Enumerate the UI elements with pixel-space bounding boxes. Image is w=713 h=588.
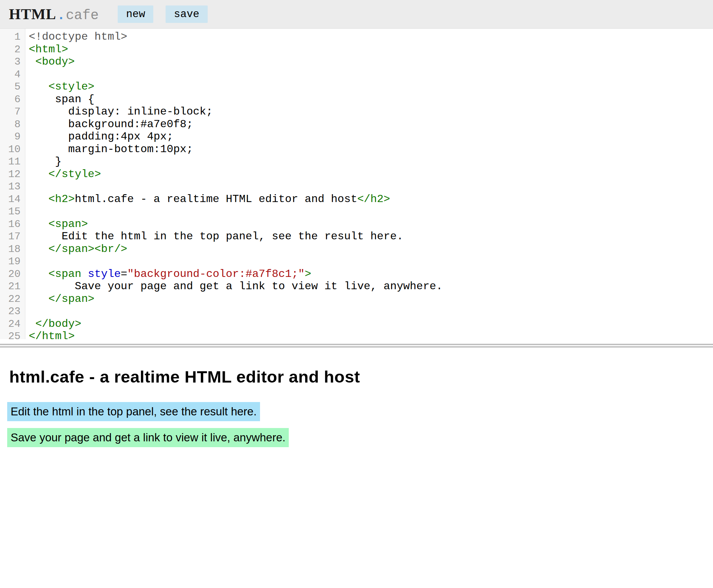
line-number: 7 <box>0 106 25 118</box>
code-line-text <box>25 181 29 193</box>
code-line[interactable]: 4 <box>0 68 713 81</box>
code-line-text <box>25 255 29 268</box>
code-line-text: <html> <box>25 43 68 56</box>
line-number: 17 <box>0 230 25 243</box>
app-window: HTML . cafe new save 1<!doctype html>2<h… <box>0 0 713 588</box>
line-number: 6 <box>0 93 25 106</box>
line-number: 2 <box>0 43 25 56</box>
code-line[interactable]: 1<!doctype html> <box>0 31 713 43</box>
code-line-text: background:#a7e0f8; <box>25 118 193 131</box>
code-line-text: </span><br/> <box>25 243 127 256</box>
code-line-text: <!doctype html> <box>25 31 127 43</box>
code-line-text: <h2>html.cafe - a realtime HTML editor a… <box>25 193 390 206</box>
line-number: 9 <box>0 131 25 143</box>
code-line[interactable]: 23 <box>0 305 713 318</box>
line-number: 25 <box>0 330 25 339</box>
line-number: 11 <box>0 156 25 168</box>
line-number: 18 <box>0 243 25 256</box>
code-line-text: Save your page and get a link to view it… <box>25 280 443 293</box>
code-line-text: <body> <box>25 56 75 68</box>
code-line[interactable]: 24 </body> <box>0 318 713 331</box>
new-button[interactable]: new <box>118 5 153 23</box>
save-button[interactable]: save <box>166 5 207 23</box>
logo-dot: . <box>57 8 65 23</box>
preview-highlight-blue: Edit the html in the top panel, see the … <box>7 402 260 421</box>
app-logo[interactable]: HTML . cafe <box>9 5 99 23</box>
header: HTML . cafe new save <box>0 0 713 29</box>
line-number: 19 <box>0 255 25 268</box>
code-line[interactable]: 9 padding:4px 4px; <box>0 131 713 143</box>
line-number: 5 <box>0 81 25 93</box>
panel-splitter[interactable] <box>0 344 713 347</box>
code-line[interactable]: 12 </style> <box>0 168 713 181</box>
line-number: 21 <box>0 280 25 293</box>
code-line[interactable]: 7 display: inline-block; <box>0 106 713 118</box>
line-number: 8 <box>0 118 25 131</box>
code-line[interactable]: 22 </span> <box>0 293 713 306</box>
code-line-text: <span> <box>25 218 88 231</box>
code-line[interactable]: 14 <h2>html.cafe - a realtime HTML edito… <box>0 193 713 206</box>
preview-line-1: Edit the html in the top panel, see the … <box>7 402 705 428</box>
code-line-text: <span style="background-color:#a7f8c1;"> <box>25 268 311 281</box>
code-line-text <box>25 68 29 81</box>
code-line-text: </style> <box>25 168 101 181</box>
code-line[interactable]: 8 background:#a7e0f8; <box>0 118 713 131</box>
line-number: 16 <box>0 218 25 231</box>
code-line[interactable]: 3 <body> <box>0 56 713 68</box>
line-number: 14 <box>0 193 25 206</box>
line-number: 4 <box>0 68 25 81</box>
line-number: 15 <box>0 205 25 218</box>
code-line[interactable]: 15 <box>0 205 713 218</box>
preview-highlight-green: Save your page and get a link to view it… <box>7 428 289 447</box>
code-line[interactable]: 19 <box>0 255 713 268</box>
code-line-text: </body> <box>25 318 81 331</box>
code-line-text: <style> <box>25 81 94 93</box>
line-number: 1 <box>0 31 25 43</box>
code-line[interactable]: 5 <style> <box>0 81 713 93</box>
code-line-text <box>25 305 29 318</box>
code-line-text: padding:4px 4px; <box>25 131 173 143</box>
code-line[interactable]: 6 span { <box>0 93 713 106</box>
code-line-text: span { <box>25 93 94 106</box>
line-number: 20 <box>0 268 25 281</box>
code-line[interactable]: 11 } <box>0 156 713 168</box>
code-line-text: Edit the html in the top panel, see the … <box>25 230 403 243</box>
code-line-text: display: inline-block; <box>25 106 213 118</box>
code-line-text: } <box>25 156 62 168</box>
logo-cafe-text: cafe <box>66 8 99 23</box>
logo-html-text: HTML <box>9 5 56 23</box>
line-number: 23 <box>0 305 25 318</box>
code-editor[interactable]: 1<!doctype html>2<html>3 <body>45 <style… <box>0 29 713 339</box>
code-line[interactable]: 2<html> <box>0 43 713 56</box>
code-line[interactable]: 18 </span><br/> <box>0 243 713 256</box>
code-line[interactable]: 20 <span style="background-color:#a7f8c1… <box>0 268 713 281</box>
code-line-text: </span> <box>25 293 94 306</box>
code-line-text <box>25 205 29 218</box>
code-line[interactable]: 25</html> <box>0 330 713 339</box>
line-number: 24 <box>0 318 25 331</box>
line-number: 3 <box>0 56 25 68</box>
code-line[interactable]: 10 margin-bottom:10px; <box>0 143 713 156</box>
code-lines: 1<!doctype html>2<html>3 <body>45 <style… <box>0 29 713 339</box>
code-line[interactable]: 21 Save your page and get a link to view… <box>0 280 713 293</box>
code-line[interactable]: 13 <box>0 181 713 193</box>
code-line-text: margin-bottom:10px; <box>25 143 193 156</box>
line-number: 22 <box>0 293 25 306</box>
code-line[interactable]: 16 <span> <box>0 218 713 231</box>
line-number: 12 <box>0 168 25 181</box>
code-line[interactable]: 17 Edit the html in the top panel, see t… <box>0 230 713 243</box>
preview-heading: html.cafe - a realtime HTML editor and h… <box>9 367 705 386</box>
line-number: 13 <box>0 181 25 193</box>
code-line-text: </html> <box>25 330 75 339</box>
preview-pane: html.cafe - a realtime HTML editor and h… <box>0 347 713 454</box>
preview-line-2: Save your page and get a link to view it… <box>7 428 705 454</box>
line-number: 10 <box>0 143 25 156</box>
